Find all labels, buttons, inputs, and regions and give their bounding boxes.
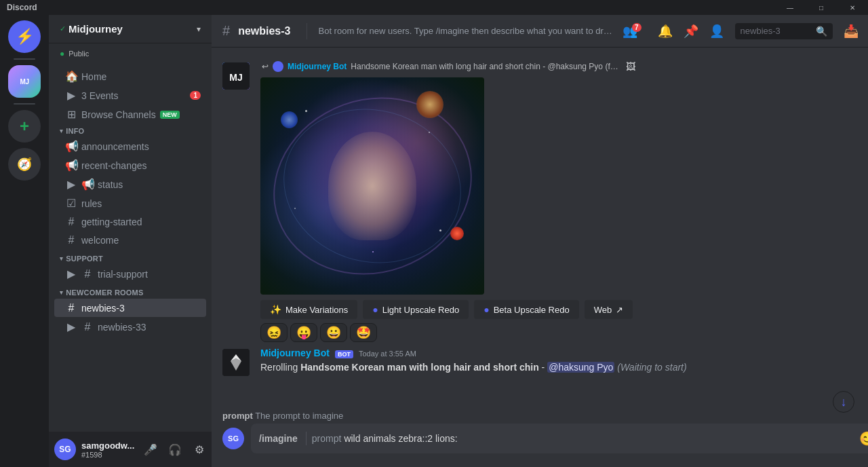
- ref-text: Handsome Korean man with long hair and s…: [351, 62, 622, 71]
- image-container: [260, 77, 868, 295]
- channel-list: 🏠 Home ▶ 3 Events 1 ⊞ Browse Channels NE…: [49, 61, 212, 432]
- newbies-33-icon: ▶: [65, 320, 77, 333]
- minimize-button[interactable]: —: [774, 0, 806, 15]
- light-upscale-redo-button[interactable]: ● Light Upscale Redo: [363, 300, 469, 319]
- midjourney-bot-avatar-2: [222, 349, 250, 376]
- reaction-3[interactable]: 😀: [320, 323, 347, 342]
- search-box[interactable]: 🔍: [735, 23, 833, 39]
- ref-avatar: [273, 61, 283, 72]
- close-button[interactable]: ✕: [837, 0, 868, 15]
- reaction-1[interactable]: 😖: [260, 323, 288, 342]
- prompt-hint: prompt The prompt to imagine: [222, 408, 868, 424]
- support-section-label: SUPPORT: [66, 255, 103, 263]
- notification-bell-icon[interactable]: 🔔: [658, 24, 673, 39]
- bot-badge-2: BOT: [335, 350, 353, 358]
- member-count-badge: 7: [632, 23, 642, 32]
- search-input[interactable]: [741, 26, 812, 36]
- add-server-button[interactable]: +: [8, 110, 41, 143]
- newcomer-section-label: NEWCOMER ROOMS: [66, 288, 143, 297]
- prompt-hint-desc-text: The prompt to imagine: [255, 411, 343, 421]
- message-2-text: Rerolling Handsome Korean man with long …: [260, 361, 868, 375]
- pinned-messages-icon[interactable]: 📌: [684, 24, 698, 39]
- channel-hash-icon: #: [222, 23, 230, 39]
- trial-support-channel[interactable]: ▶ # trial-support: [54, 265, 206, 283]
- info-section: ▾ INFO 📢 announcements 📢 recent-changes …: [49, 124, 212, 249]
- bold-prompt: Handsome Korean man with long hair and s…: [300, 362, 539, 373]
- recent-changes-icon: 📢: [65, 159, 77, 172]
- status-expand-icon: ▶: [65, 178, 77, 191]
- user-tag: #1598: [81, 451, 134, 459]
- settings-button[interactable]: ⚙: [189, 438, 210, 460]
- make-variations-label: Make Variations: [285, 305, 348, 315]
- variations-icon: ✨: [270, 304, 281, 315]
- server-status-icon: ●: [60, 49, 64, 58]
- prompt-label: prompt: [312, 433, 342, 444]
- header-divider: [307, 23, 307, 39]
- input-user-avatar: SG: [222, 428, 244, 449]
- recent-changes-channel[interactable]: 📢 recent-changes: [54, 156, 206, 174]
- midjourney-server-icon[interactable]: MJ: [8, 65, 41, 98]
- user-mention[interactable]: @haksung Pyo: [547, 362, 614, 373]
- maximize-button[interactable]: □: [806, 0, 837, 15]
- server-divider-2: [14, 103, 35, 105]
- newbies-3-channel[interactable]: # newbies-3 👤+: [54, 299, 206, 317]
- announcements-label: announcements: [81, 141, 149, 152]
- message-input-box[interactable]: /imagine prompt 😊: [251, 424, 868, 453]
- reaction-2[interactable]: 😛: [290, 323, 317, 342]
- events-item[interactable]: ▶ 3 Events 1: [54, 86, 206, 105]
- server-header-arrow: ▾: [197, 24, 201, 34]
- message-input[interactable]: [344, 433, 853, 444]
- discord-home-button[interactable]: ⚡: [8, 20, 41, 53]
- newbies-3-icon: #: [65, 302, 77, 314]
- newcomer-section-header[interactable]: ▾ NEWCOMER ROOMS: [49, 286, 212, 298]
- announcements-channel[interactable]: 📢 announcements: [54, 137, 206, 155]
- make-variations-button[interactable]: ✨ Make Variations: [260, 300, 357, 319]
- external-link-icon: ↗: [616, 305, 623, 315]
- browse-icon: ⊞: [65, 108, 77, 121]
- info-section-label: INFO: [66, 127, 84, 135]
- support-section-header[interactable]: ▾ SUPPORT: [49, 252, 212, 264]
- home-item[interactable]: 🏠 Home: [54, 67, 206, 86]
- browse-channels-item[interactable]: ⊞ Browse Channels NEW: [54, 105, 206, 124]
- reply-arrow-icon: ↩: [262, 62, 269, 71]
- channel-header-name: newbies-3: [238, 25, 290, 37]
- reaction-4[interactable]: 🤩: [350, 323, 377, 342]
- inbox-icon[interactable]: 📥: [844, 24, 859, 39]
- beta-upscale-redo-button[interactable]: ● Beta Upscale Redo: [474, 300, 578, 319]
- status-channel[interactable]: ▶ 📢 status: [54, 175, 206, 193]
- rules-label: rules: [81, 198, 102, 209]
- web-button[interactable]: Web ↗: [585, 300, 633, 319]
- light-upscale-label: Light Upscale Redo: [382, 305, 459, 315]
- app-title: Discord: [7, 3, 37, 12]
- username: samgoodw...: [81, 441, 134, 451]
- welcome-channel[interactable]: # welcome: [54, 231, 206, 249]
- members-icon[interactable]: 👥7: [623, 24, 647, 39]
- emoji-button[interactable]: 😊: [859, 430, 868, 447]
- command-divider: [306, 432, 307, 445]
- command-text: /imagine: [259, 433, 298, 444]
- discover-servers-button[interactable]: 🧭: [8, 148, 41, 181]
- message-group-1: MJ ↩ Midjourney Bot Handsome Korean man …: [212, 58, 868, 345]
- message-group-2: Midjourney Bot BOT Today at 3:55 AM Rero…: [212, 345, 868, 379]
- user-avatar[interactable]: SG: [54, 438, 76, 460]
- rules-channel[interactable]: ☑ rules: [54, 194, 206, 212]
- recent-changes-label: recent-changes: [81, 160, 147, 171]
- section-collapse-icon: ▾: [60, 128, 63, 134]
- message-2-timestamp: Today at 3:55 AM: [359, 350, 416, 358]
- headphones-button[interactable]: 🎧: [164, 438, 186, 460]
- message-status: (Waiting to start): [617, 362, 686, 373]
- getting-started-label: getting-started: [81, 217, 142, 227]
- ref-author: Midjourney Bot: [288, 62, 347, 71]
- member-list-icon[interactable]: 👤: [709, 24, 724, 39]
- bot-author-2[interactable]: Midjourney Bot: [260, 348, 330, 358]
- newbies-33-channel[interactable]: ▶ # newbies-33: [54, 318, 206, 336]
- status-channel-icon: 📢: [81, 178, 94, 191]
- message-1-content: ↩ Midjourney Bot Handsome Korean man wit…: [260, 61, 868, 342]
- info-section-header[interactable]: ▾ INFO: [49, 124, 212, 136]
- server-header[interactable]: ✓ Midjourney ▾: [49, 15, 212, 43]
- microphone-button[interactable]: 🎤: [140, 438, 161, 460]
- events-label: 3 Events: [81, 90, 118, 101]
- search-icon: 🔍: [816, 26, 827, 37]
- getting-started-channel[interactable]: # getting-started: [54, 213, 206, 231]
- messages-area[interactable]: MJ ↩ Midjourney Bot Handsome Korean man …: [212, 48, 868, 403]
